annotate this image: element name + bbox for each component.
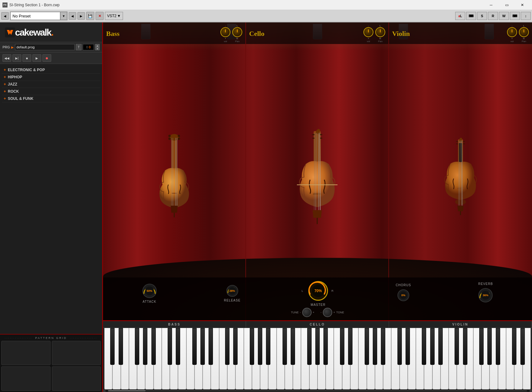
cello-pan-knob[interactable] (375, 27, 385, 37)
black-key[interactable] (135, 328, 139, 365)
maximize-button[interactable]: ▭ (500, 1, 514, 9)
transport-stop-button[interactable]: ■ (22, 54, 31, 62)
tune-knob[interactable] (302, 308, 312, 317)
black-key[interactable] (209, 328, 213, 365)
preset-arrow-button[interactable]: ▼ (60, 12, 67, 20)
prog-t-button[interactable]: T (76, 44, 81, 50)
black-key[interactable] (258, 328, 262, 365)
title-bar: FX SI-String Section 1 - Born.cwp ─ ▭ ✕ (0, 0, 532, 10)
delete-preset-button[interactable]: ✕ (96, 12, 104, 20)
black-key[interactable] (455, 328, 459, 365)
pattern-cell-3[interactable] (1, 366, 51, 391)
close-button[interactable]: ✕ (515, 1, 530, 9)
black-key[interactable] (348, 328, 352, 365)
category-soul-funk[interactable]: + SOUL & FUNK (2, 95, 100, 102)
black-key[interactable] (381, 328, 385, 365)
chorus-knob[interactable]: 0% (396, 288, 411, 302)
category-hiphop[interactable]: + HIPHOP (2, 74, 100, 81)
black-key[interactable] (406, 328, 410, 365)
transport-play-button[interactable]: ▶ (32, 54, 41, 62)
expand-icon: + (4, 75, 6, 79)
violin-vol-knob[interactable] (507, 27, 517, 37)
black-key[interactable] (291, 328, 295, 365)
pattern-cell-1[interactable] (1, 341, 51, 365)
pattern-cell-4[interactable] (52, 366, 101, 391)
black-key[interactable] (110, 328, 115, 365)
black-key[interactable] (225, 328, 229, 365)
black-key[interactable] (340, 328, 344, 365)
bass-pan-knob[interactable] (232, 27, 242, 37)
attack-knob[interactable]: 50% (141, 282, 158, 299)
black-key[interactable] (397, 328, 402, 365)
bass-vol-label: vol (224, 40, 227, 43)
category-electronic-pop[interactable]: + ELECTRONIC & POP (2, 66, 100, 74)
r-button[interactable]: R (488, 12, 498, 20)
black-key[interactable] (143, 328, 147, 365)
transport-record-button[interactable]: ⏺ (42, 54, 51, 62)
black-key[interactable] (176, 328, 180, 365)
black-key[interactable] (315, 328, 320, 365)
black-key[interactable] (487, 328, 492, 365)
prev-preset-button[interactable]: ◀ (69, 12, 76, 20)
al-button[interactable]: aL (455, 12, 465, 20)
release-knob[interactable]: 28% (225, 284, 239, 298)
master-knob-wrapper: L 70% R (307, 279, 330, 302)
black-key[interactable] (233, 328, 238, 365)
black-key[interactable] (307, 328, 312, 365)
preset-dropdown[interactable]: No Preset (10, 12, 60, 20)
black-key[interactable] (430, 328, 435, 365)
tone-knob[interactable] (323, 308, 332, 317)
black-key[interactable] (422, 328, 426, 365)
black-key[interactable] (365, 328, 369, 365)
minimize-button[interactable]: ─ (484, 1, 498, 9)
prog-spin-up[interactable]: ▲ (95, 44, 100, 47)
cello-vol-knob[interactable] (363, 27, 373, 37)
cello-controls: - + vol L R Pan (363, 24, 385, 43)
vst2-dropdown[interactable]: VST2 ▼ (105, 12, 123, 20)
prog-spin-down[interactable]: ▼ (95, 47, 100, 50)
svg-rect-15 (312, 134, 315, 135)
cello-name: Cello (249, 30, 264, 38)
kb-scroll-thumb[interactable] (108, 390, 145, 391)
category-rock[interactable]: + ROCK (2, 88, 100, 95)
black-key[interactable] (463, 328, 467, 365)
black-key[interactable] (151, 328, 156, 365)
next-preset-button[interactable]: ▶ (77, 12, 85, 20)
black-key[interactable] (373, 328, 377, 365)
pattern-cell-2[interactable] (52, 341, 101, 365)
black-key[interactable] (200, 328, 205, 365)
bass-vol-knob[interactable] (220, 27, 230, 37)
piano-keyboard[interactable] (103, 328, 532, 390)
s-button[interactable]: S (477, 12, 487, 20)
keyboard-range-bar: BASS CELLO VIOLIN (103, 321, 532, 328)
black-key[interactable] (250, 328, 254, 365)
black-key[interactable] (479, 328, 484, 365)
black-key[interactable] (323, 328, 328, 365)
program-name-input[interactable] (15, 44, 75, 50)
black-key[interactable] (192, 328, 197, 365)
expand-icon: + (4, 68, 6, 72)
transport-rewind-button[interactable]: ◀◀ (2, 54, 11, 62)
nav-prev-button[interactable]: ◀ (1, 12, 9, 20)
black-key[interactable] (283, 328, 287, 365)
black-key[interactable] (512, 328, 516, 365)
black-key[interactable] (119, 328, 123, 365)
expand-button[interactable]: ↕ (521, 12, 531, 20)
black-key[interactable] (520, 328, 525, 365)
w-button[interactable]: W (499, 12, 509, 20)
master-knob[interactable]: 70% (307, 279, 330, 302)
reverb-knob[interactable]: 36% (477, 287, 494, 304)
black-key[interactable] (266, 328, 270, 365)
midi-button[interactable]: ⌨ (510, 12, 520, 20)
violin-pan-knob[interactable] (519, 27, 529, 37)
keyboard-scrollbar[interactable] (103, 390, 532, 392)
keyboard-icon-button[interactable]: ⌨ (466, 12, 476, 20)
save-preset-button[interactable]: 💾 (86, 12, 94, 20)
black-key[interactable] (168, 328, 172, 365)
category-jazz[interactable]: + JAZZ (2, 81, 100, 88)
black-key[interactable] (438, 328, 443, 365)
cello-pan-group: L R Pan (375, 24, 385, 43)
transport-step-button[interactable]: ▶| (12, 54, 21, 62)
bass-pan-r-label: R (236, 37, 238, 40)
black-key[interactable] (496, 328, 500, 365)
